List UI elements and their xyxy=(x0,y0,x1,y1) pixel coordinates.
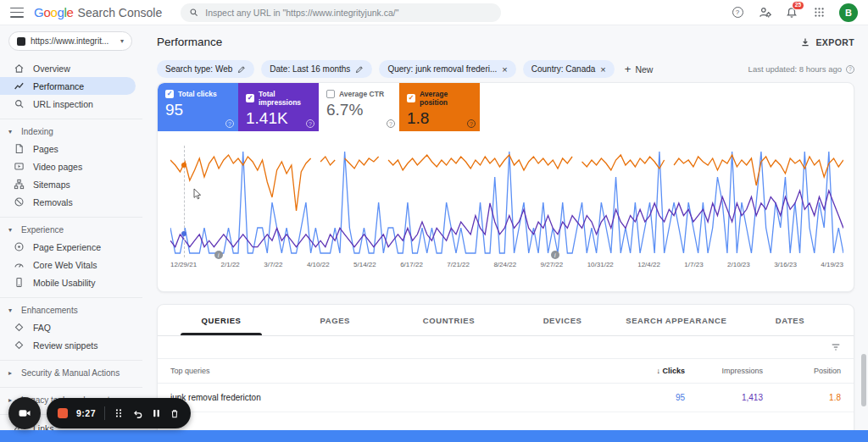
undo-icon[interactable] xyxy=(132,408,143,419)
sidebar-item-label: Mobile Usability xyxy=(33,278,96,288)
help-icon[interactable]: ? xyxy=(467,119,476,128)
performance-chart-icon xyxy=(14,80,25,91)
divider xyxy=(0,387,142,388)
sidebar-item-removals[interactable]: Removals xyxy=(0,193,136,211)
metric-card-average-ctr[interactable]: Average CTR 6.7% ? xyxy=(319,83,399,131)
sidebar-item-pages[interactable]: Pages xyxy=(0,140,136,157)
column-position[interactable]: Position xyxy=(763,367,841,375)
sidebar-section-security-manual-actions[interactable]: ▸ Security & Manual Actions xyxy=(0,365,142,381)
sidebar-section-enhancements[interactable]: ▾ Enhancements xyxy=(0,302,142,318)
url-inspect-search-bar[interactable] xyxy=(181,3,501,22)
url-inspect-input[interactable] xyxy=(205,8,492,18)
sidebar-item-overview[interactable]: Overview xyxy=(0,59,136,77)
google-apps-button[interactable] xyxy=(812,6,826,19)
help-icon[interactable]: ? xyxy=(225,119,234,128)
sidebar-item-video-pages[interactable]: Video pages xyxy=(0,157,136,175)
account-avatar[interactable]: B xyxy=(839,3,858,22)
new-filter-button[interactable]: + New xyxy=(625,63,654,75)
google-logo: Google xyxy=(34,5,74,19)
close-icon[interactable]: × xyxy=(502,64,507,75)
annotation-marker-icon[interactable]: i xyxy=(214,251,223,259)
filter-chip-query[interactable]: Query: junk removal frederi... × xyxy=(379,60,515,78)
hamburger-menu-icon[interactable] xyxy=(10,8,24,18)
metric-card-average-position[interactable]: ✓ Average position 1.8 ? xyxy=(399,83,480,131)
checkbox-checked-icon[interactable]: ✓ xyxy=(165,90,174,98)
filter-list-icon[interactable] xyxy=(831,342,841,352)
camera-icon xyxy=(18,406,31,420)
sidebar-section-indexing[interactable]: ▾ Indexing xyxy=(0,124,142,140)
search-icon xyxy=(14,98,25,109)
sidebar-item-url-inspection[interactable]: URL inspection xyxy=(0,95,136,113)
pencil-icon xyxy=(355,65,364,74)
tab-countries[interactable]: COUNTRIES xyxy=(392,305,505,335)
section-label: Enhancements xyxy=(21,306,78,315)
export-button[interactable]: EXPORT xyxy=(800,37,854,47)
metric-cards: ✓ Total clicks 95 ? ✓ Total impressions … xyxy=(158,83,854,131)
chart-plot-area[interactable] xyxy=(170,144,843,256)
query-cell[interactable]: junk removal fredericton xyxy=(170,393,607,402)
sidebar-item-page-experience[interactable]: Page Experience xyxy=(0,238,136,256)
column-clicks[interactable]: ↓ Clicks xyxy=(607,367,685,375)
camera-bubble-button[interactable] xyxy=(8,397,41,429)
sidebar-item-review-snippets[interactable]: Review snippets xyxy=(0,336,136,354)
sidebar-item-core-web-vitals[interactable]: Core Web Vitals xyxy=(0,256,136,273)
help-button[interactable]: ? xyxy=(731,6,744,19)
page-experience-icon xyxy=(14,241,25,252)
x-axis-label: 12/29/21 xyxy=(170,261,197,268)
tab-search-appearance[interactable]: SEARCH APPEARANCE xyxy=(620,305,733,335)
sidebar-item-performance[interactable]: Performance xyxy=(0,77,136,95)
help-icon[interactable]: ? xyxy=(306,119,314,128)
performance-chart-svg xyxy=(170,144,843,256)
x-axis-label: 4/10/22 xyxy=(307,261,330,268)
x-axis-label: 3/16/23 xyxy=(774,261,797,268)
position-cell: 1.8 xyxy=(763,393,841,402)
last-updated-text: Last updated: 8 hours ago xyxy=(748,64,842,74)
pause-icon[interactable] xyxy=(152,408,161,418)
tab-devices[interactable]: DEVICES xyxy=(506,305,620,335)
close-icon[interactable]: × xyxy=(600,64,605,75)
sidebar-item-sitemaps[interactable]: Sitemaps xyxy=(0,175,136,193)
sitemap-icon xyxy=(14,179,25,190)
tab-dates[interactable]: DATES xyxy=(733,305,847,335)
info-icon[interactable]: ? xyxy=(846,65,854,74)
metric-card-total-impressions[interactable]: ✓ Total impressions 1.41K ? xyxy=(238,83,319,131)
annotation-marker-icon[interactable]: i xyxy=(551,251,559,259)
filter-chip-search-type[interactable]: Search type: Web xyxy=(157,60,254,78)
notifications-button[interactable]: 25 xyxy=(785,6,798,19)
property-selector[interactable]: https://www.integrit... ▾ xyxy=(8,31,132,51)
scrollbar-thumb[interactable] xyxy=(861,354,866,406)
home-icon xyxy=(14,63,25,74)
column-top-queries[interactable]: Top queries xyxy=(170,367,607,375)
sidebar-item-faq[interactable]: FAQ xyxy=(0,318,136,336)
column-impressions[interactable]: Impressions xyxy=(685,367,763,375)
checkbox-checked-icon[interactable]: ✓ xyxy=(407,94,415,102)
tab-pages[interactable]: PAGES xyxy=(278,305,392,335)
video-icon xyxy=(14,161,25,172)
metric-card-total-clicks[interactable]: ✓ Total clicks 95 ? xyxy=(158,83,238,131)
sidebar: https://www.integrit... ▾ Overview Perfo… xyxy=(0,25,142,430)
sidebar-section-experience[interactable]: ▾ Experience xyxy=(0,222,142,238)
sidebar-item-mobile-usability[interactable]: Mobile Usability xyxy=(0,273,136,291)
topbar-actions: ? 25 B xyxy=(731,3,858,22)
filter-chip-country[interactable]: Country: Canada × xyxy=(523,60,615,78)
table-row[interactable]: junk removal fredericton 95 1,413 1.8 xyxy=(158,384,854,412)
section-label: Indexing xyxy=(21,127,53,136)
drag-handle-icon[interactable] xyxy=(114,408,124,418)
help-icon[interactable]: ? xyxy=(387,119,395,128)
filter-chip-date[interactable]: Date: Last 16 months xyxy=(261,60,372,78)
chart-x-axis: 12/29/212/1/223/7/224/10/225/14/226/17/2… xyxy=(170,261,843,268)
user-settings-button[interactable] xyxy=(758,6,771,19)
checkbox-checked-icon[interactable]: ✓ xyxy=(246,94,254,102)
tab-queries[interactable]: QUERIES xyxy=(164,305,278,335)
brand-logo[interactable]: Google Search Console xyxy=(34,5,162,19)
checkbox-unchecked-icon[interactable] xyxy=(326,90,335,98)
logo-letter: g xyxy=(57,5,64,19)
removals-icon xyxy=(14,196,25,207)
filter-bar: Search type: Web Date: Last 16 months Qu… xyxy=(157,58,854,80)
trash-icon[interactable] xyxy=(170,408,180,419)
stop-recording-button[interactable] xyxy=(58,408,68,418)
metric-value: 95 xyxy=(165,101,231,119)
recorder-controls: 9:27 xyxy=(47,398,191,428)
sidebar-item-label: Pages xyxy=(33,144,58,154)
main-header: Performance EXPORT xyxy=(157,25,854,58)
